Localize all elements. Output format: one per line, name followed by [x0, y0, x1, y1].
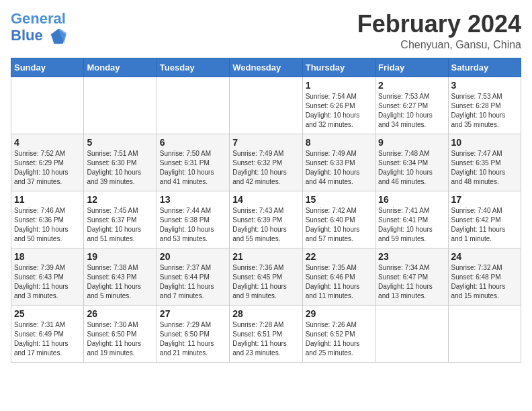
- calendar-table: SundayMondayTuesdayWednesdayThursdayFrid…: [11, 58, 521, 363]
- day-info: Sunrise: 7:28 AM Sunset: 6:51 PM Dayligh…: [232, 320, 299, 358]
- day-number: 13: [160, 194, 226, 205]
- calendar-day-cell: [448, 305, 521, 362]
- day-number: 10: [451, 137, 518, 148]
- calendar-day-cell: 18Sunrise: 7:39 AM Sunset: 6:43 PM Dayli…: [11, 248, 84, 305]
- weekday-header: Wednesday: [230, 58, 302, 77]
- day-number: 29: [306, 308, 372, 319]
- day-number: 22: [306, 251, 372, 262]
- day-info: Sunrise: 7:41 AM Sunset: 6:41 PM Dayligh…: [378, 206, 445, 244]
- day-number: 20: [160, 251, 226, 262]
- calendar-day-cell: 5Sunrise: 7:51 AM Sunset: 6:30 PM Daylig…: [84, 134, 157, 191]
- day-info: Sunrise: 7:32 AM Sunset: 6:48 PM Dayligh…: [451, 263, 518, 301]
- day-number: 5: [87, 137, 153, 148]
- day-number: 1: [306, 80, 372, 91]
- day-info: Sunrise: 7:42 AM Sunset: 6:40 PM Dayligh…: [306, 206, 372, 244]
- day-info: Sunrise: 7:40 AM Sunset: 6:42 PM Dayligh…: [451, 206, 518, 244]
- day-info: Sunrise: 7:45 AM Sunset: 6:37 PM Dayligh…: [87, 206, 153, 244]
- day-info: Sunrise: 7:30 AM Sunset: 6:50 PM Dayligh…: [87, 320, 153, 358]
- day-info: Sunrise: 7:47 AM Sunset: 6:35 PM Dayligh…: [451, 149, 518, 187]
- calendar-day-cell: 2Sunrise: 7:53 AM Sunset: 6:27 PM Daylig…: [375, 77, 448, 134]
- calendar-day-cell: [157, 77, 229, 134]
- day-number: 19: [87, 251, 153, 262]
- day-info: Sunrise: 7:36 AM Sunset: 6:45 PM Dayligh…: [232, 263, 299, 301]
- day-info: Sunrise: 7:50 AM Sunset: 6:31 PM Dayligh…: [160, 149, 226, 187]
- day-info: Sunrise: 7:49 AM Sunset: 6:33 PM Dayligh…: [306, 149, 372, 187]
- calendar-day-cell: 21Sunrise: 7:36 AM Sunset: 6:45 PM Dayli…: [230, 248, 302, 305]
- day-info: Sunrise: 7:53 AM Sunset: 6:28 PM Dayligh…: [451, 92, 518, 130]
- day-number: 27: [160, 308, 226, 319]
- location-subtitle: Chenyuan, Gansu, China: [357, 39, 521, 51]
- day-info: Sunrise: 7:49 AM Sunset: 6:32 PM Dayligh…: [232, 149, 299, 187]
- calendar-day-cell: [11, 77, 84, 134]
- calendar-day-cell: 26Sunrise: 7:30 AM Sunset: 6:50 PM Dayli…: [84, 305, 157, 362]
- day-info: Sunrise: 7:52 AM Sunset: 6:29 PM Dayligh…: [14, 149, 81, 187]
- day-number: 24: [451, 251, 518, 262]
- day-number: 16: [378, 194, 445, 205]
- calendar-day-cell: [375, 305, 448, 362]
- title-area: February 2024 Chenyuan, Gansu, China: [357, 11, 521, 51]
- day-number: 6: [160, 137, 226, 148]
- day-info: Sunrise: 7:29 AM Sunset: 6:50 PM Dayligh…: [160, 320, 226, 358]
- calendar-day-cell: 7Sunrise: 7:49 AM Sunset: 6:32 PM Daylig…: [230, 134, 302, 191]
- calendar-week-row: 1Sunrise: 7:54 AM Sunset: 6:26 PM Daylig…: [11, 77, 521, 134]
- weekday-header: Sunday: [11, 58, 84, 77]
- calendar-day-cell: 10Sunrise: 7:47 AM Sunset: 6:35 PM Dayli…: [448, 134, 521, 191]
- day-number: 9: [378, 137, 445, 148]
- calendar-day-cell: 15Sunrise: 7:42 AM Sunset: 6:40 PM Dayli…: [302, 191, 375, 248]
- day-info: Sunrise: 7:31 AM Sunset: 6:49 PM Dayligh…: [14, 320, 81, 358]
- calendar-day-cell: 1Sunrise: 7:54 AM Sunset: 6:26 PM Daylig…: [302, 77, 375, 134]
- day-number: 28: [232, 308, 299, 319]
- calendar-day-cell: 16Sunrise: 7:41 AM Sunset: 6:41 PM Dayli…: [375, 191, 448, 248]
- day-info: Sunrise: 7:39 AM Sunset: 6:43 PM Dayligh…: [14, 263, 81, 301]
- day-info: Sunrise: 7:34 AM Sunset: 6:47 PM Dayligh…: [378, 263, 445, 301]
- day-number: 8: [306, 137, 372, 148]
- header: General Blue February 2024 Chenyuan, Gan…: [11, 11, 521, 51]
- day-number: 25: [14, 308, 81, 319]
- weekday-header: Tuesday: [157, 58, 229, 77]
- day-number: 18: [14, 251, 81, 262]
- day-info: Sunrise: 7:43 AM Sunset: 6:39 PM Dayligh…: [232, 206, 299, 244]
- day-number: 15: [306, 194, 372, 205]
- day-number: 7: [232, 137, 299, 148]
- calendar-day-cell: 13Sunrise: 7:44 AM Sunset: 6:38 PM Dayli…: [157, 191, 229, 248]
- day-number: 14: [232, 194, 299, 205]
- calendar-day-cell: 25Sunrise: 7:31 AM Sunset: 6:49 PM Dayli…: [11, 305, 84, 362]
- day-number: 12: [87, 194, 153, 205]
- calendar-day-cell: 14Sunrise: 7:43 AM Sunset: 6:39 PM Dayli…: [230, 191, 302, 248]
- logo-text: General: [11, 11, 68, 27]
- calendar-day-cell: 19Sunrise: 7:38 AM Sunset: 6:43 PM Dayli…: [84, 248, 157, 305]
- day-info: Sunrise: 7:54 AM Sunset: 6:26 PM Dayligh…: [306, 92, 372, 130]
- calendar-day-cell: 29Sunrise: 7:26 AM Sunset: 6:52 PM Dayli…: [302, 305, 375, 362]
- calendar-day-cell: 22Sunrise: 7:35 AM Sunset: 6:46 PM Dayli…: [302, 248, 375, 305]
- day-info: Sunrise: 7:53 AM Sunset: 6:27 PM Dayligh…: [378, 92, 445, 130]
- calendar-day-cell: 6Sunrise: 7:50 AM Sunset: 6:31 PM Daylig…: [157, 134, 229, 191]
- calendar-header-row: SundayMondayTuesdayWednesdayThursdayFrid…: [11, 58, 521, 77]
- day-info: Sunrise: 7:38 AM Sunset: 6:43 PM Dayligh…: [87, 263, 153, 301]
- calendar-day-cell: 9Sunrise: 7:48 AM Sunset: 6:34 PM Daylig…: [375, 134, 448, 191]
- weekday-header: Monday: [84, 58, 157, 77]
- calendar-day-cell: [230, 77, 302, 134]
- calendar-day-cell: 8Sunrise: 7:49 AM Sunset: 6:33 PM Daylig…: [302, 134, 375, 191]
- calendar-week-row: 4Sunrise: 7:52 AM Sunset: 6:29 PM Daylig…: [11, 134, 521, 191]
- logo: General Blue: [11, 11, 68, 46]
- day-number: 26: [87, 308, 153, 319]
- day-info: Sunrise: 7:51 AM Sunset: 6:30 PM Dayligh…: [87, 149, 153, 187]
- calendar-day-cell: [84, 77, 157, 134]
- day-info: Sunrise: 7:46 AM Sunset: 6:36 PM Dayligh…: [14, 206, 81, 244]
- logo-text2: Blue: [11, 27, 68, 46]
- day-number: 11: [14, 194, 81, 205]
- calendar-day-cell: 28Sunrise: 7:28 AM Sunset: 6:51 PM Dayli…: [230, 305, 302, 362]
- calendar-week-row: 25Sunrise: 7:31 AM Sunset: 6:49 PM Dayli…: [11, 305, 521, 362]
- day-info: Sunrise: 7:44 AM Sunset: 6:38 PM Dayligh…: [160, 206, 226, 244]
- weekday-header: Saturday: [448, 58, 521, 77]
- calendar-day-cell: 12Sunrise: 7:45 AM Sunset: 6:37 PM Dayli…: [84, 191, 157, 248]
- month-title: February 2024: [357, 11, 521, 38]
- calendar-day-cell: 23Sunrise: 7:34 AM Sunset: 6:47 PM Dayli…: [375, 248, 448, 305]
- calendar-day-cell: 17Sunrise: 7:40 AM Sunset: 6:42 PM Dayli…: [448, 191, 521, 248]
- day-info: Sunrise: 7:35 AM Sunset: 6:46 PM Dayligh…: [306, 263, 372, 301]
- day-number: 2: [378, 80, 445, 91]
- day-info: Sunrise: 7:37 AM Sunset: 6:44 PM Dayligh…: [160, 263, 226, 301]
- calendar-day-cell: 20Sunrise: 7:37 AM Sunset: 6:44 PM Dayli…: [157, 248, 229, 305]
- day-number: 23: [378, 251, 445, 262]
- calendar-day-cell: 4Sunrise: 7:52 AM Sunset: 6:29 PM Daylig…: [11, 134, 84, 191]
